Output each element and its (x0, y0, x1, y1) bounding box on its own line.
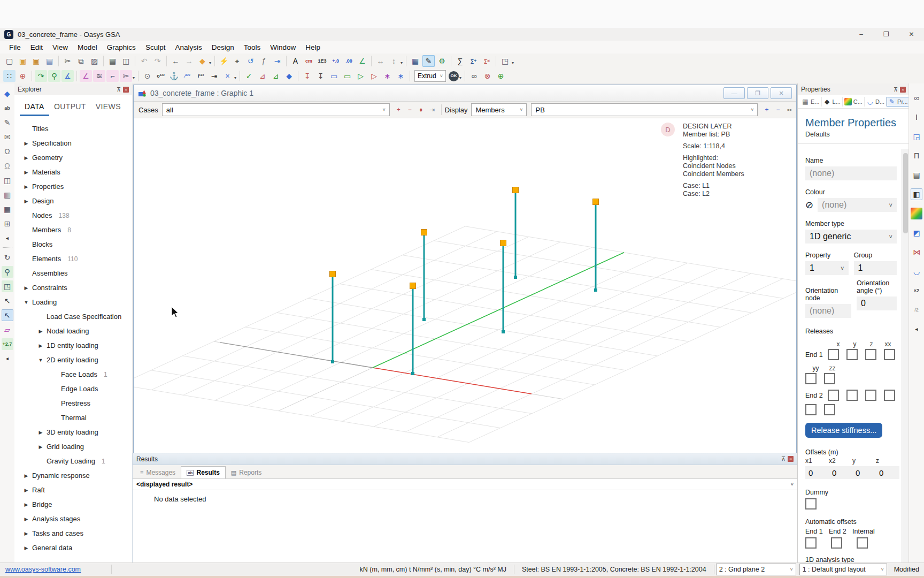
dropdown-arrow-icon[interactable]: ▾ (459, 75, 461, 80)
tree-item-blocks[interactable]: Blocks (14, 237, 132, 252)
case-last-button[interactable]: ⇥ (427, 106, 438, 113)
tree-item-prestress[interactable]: Prestress (14, 396, 132, 410)
rotate-view-icon[interactable]: ↻ (2, 252, 13, 263)
tree-item-properties[interactable]: ▶Properties (14, 179, 132, 194)
link-nodes-icon[interactable]: ∞ (911, 92, 922, 104)
print-preview-icon[interactable]: ◫ (120, 55, 132, 67)
new-icon[interactable]: ▢ (3, 55, 16, 67)
menu-analysis[interactable]: Analysis (170, 42, 206, 52)
child-restore-button[interactable]: ❐ (747, 87, 768, 99)
orientation-node-field[interactable]: (none) (805, 304, 851, 318)
patch-load-green-icon[interactable]: ▭ (341, 70, 353, 82)
select-nodes-icon[interactable]: ↖ (2, 295, 13, 307)
graphic-edit-icon[interactable]: ✎ (422, 55, 435, 67)
tree-item-general-data[interactable]: ▶General data (14, 541, 132, 555)
menu-graphics[interactable]: Graphics (102, 42, 141, 52)
disjoin-nodes-icon[interactable]: ⊗ (481, 70, 494, 82)
menu-tools[interactable]: Tools (239, 42, 266, 52)
expander-icon[interactable]: ▶ (22, 155, 30, 161)
menu-window[interactable]: Window (265, 42, 301, 52)
tree-item-materials[interactable]: ▶Materials (14, 165, 132, 179)
tab-data[interactable]: DATA (20, 100, 49, 116)
offset-field-y[interactable]: 0 (852, 466, 876, 479)
move-grid-icon[interactable]: ⊞ (2, 218, 13, 230)
print-icon[interactable]: ▦ (106, 55, 119, 67)
tab-diagrams[interactable]: ◡D... (865, 97, 887, 107)
solid-cube-icon[interactable]: ◧ (911, 188, 922, 200)
tree-item-elements[interactable]: Elements110 (14, 252, 132, 266)
properties-scrollbar[interactable] (902, 149, 909, 563)
property-combo[interactable]: 1 ˅ (805, 261, 849, 275)
sum-icon[interactable]: ∑ (454, 55, 466, 67)
tab-views[interactable]: VIEWS (91, 100, 126, 116)
grid-coord-icon[interactable]: +2.7 (2, 338, 13, 350)
display-multi-icon[interactable]: ◆ (283, 70, 295, 82)
tree-item-face-loads[interactable]: Face Loads1 (14, 367, 132, 382)
axes-triad-icon[interactable]: ∠ (356, 55, 368, 67)
package-icon[interactable]: ▥ (2, 189, 13, 201)
expander-icon[interactable]: ▶ (36, 329, 45, 334)
auto-offset-checkbox[interactable] (805, 537, 817, 549)
polygon-select-icon[interactable]: ▱ (2, 324, 13, 336)
find-icon[interactable]: ⌖ (231, 55, 243, 67)
cage-icon[interactable]: ▦ (2, 203, 13, 215)
menu-view[interactable]: View (48, 42, 73, 52)
release-stiffness-button[interactable]: Release stiffness... (805, 423, 882, 438)
display-diagram-green-icon[interactable]: ⊿ (270, 70, 282, 82)
end-release-icon[interactable]: ⇥ (208, 70, 220, 82)
menu-model[interactable]: Model (73, 42, 102, 52)
layers-icon[interactable]: ≋ (93, 70, 105, 82)
add-label-icon[interactable]: ab (2, 102, 13, 114)
pan-select-icon[interactable]: ∷ (3, 70, 16, 82)
moment-red-icon[interactable]: ▷ (368, 70, 380, 82)
tab-messages[interactable]: ≡Messages (135, 467, 181, 478)
menu-sculpt[interactable]: Sculpt (141, 42, 171, 52)
tree-item-analysis-stages[interactable]: ▶Analysis stages (14, 512, 132, 526)
assign-property-icon[interactable]: ◲ (911, 131, 922, 142)
tree-item-load-case-specification[interactable]: Load Case Specification (14, 309, 132, 324)
lock-icon[interactable]: Ω (2, 146, 13, 157)
menu-edit[interactable]: Edit (26, 42, 48, 52)
auto-offset-checkbox[interactable] (831, 537, 842, 549)
tree-item-loading[interactable]: ▼Loading (14, 295, 132, 309)
case-current-button[interactable]: ♦ (415, 106, 427, 113)
menu-help[interactable]: Help (301, 42, 325, 52)
orbit-icon[interactable]: ↷ (35, 70, 47, 82)
dropdown-arrow-icon[interactable]: ▾ (209, 60, 211, 65)
support-display-icon[interactable]: ⚓ (168, 70, 180, 82)
dropdown-arrow-icon[interactable]: ▾ (512, 60, 514, 65)
pin-icon[interactable]: ⊼ (894, 86, 898, 93)
minimize-button[interactable]: – (849, 28, 874, 41)
multi-load-blue-icon[interactable]: ∗ (395, 70, 407, 82)
dropdown-arrow-icon[interactable]: ▾ (234, 75, 236, 80)
child-close-button[interactable]: ✕ (771, 87, 792, 99)
contour-gradient-icon[interactable]: ▨ (911, 208, 922, 219)
table-view-icon[interactable]: ▦ (409, 55, 421, 67)
zoom-in-icon[interactable]: ⚲ (48, 70, 60, 82)
tree-item-edge-loads[interactable]: Edge Loads (14, 382, 132, 396)
close-panel-icon[interactable]: × (788, 456, 794, 462)
tree-item-tasks-and-cases[interactable]: ▶Tasks and cases (14, 526, 132, 541)
pin-icon[interactable]: ⊼ (781, 455, 786, 462)
load-arrow-red-icon[interactable]: ↧ (301, 70, 313, 82)
tree-item-nodal-loading[interactable]: ▶Nodal loading (14, 324, 132, 338)
close-panel-icon[interactable]: × (123, 87, 129, 93)
colour-combo[interactable]: (none) ˅ (818, 198, 897, 212)
tree-item-1d-entity-loading[interactable]: ▶1D entity loading (14, 338, 132, 353)
element-numbers-icon[interactable]: ∕¹²³ (181, 70, 194, 82)
unlock-icon[interactable]: Ω (2, 160, 13, 172)
group-field[interactable]: 1 (854, 261, 897, 275)
auto-offset-checkbox[interactable] (857, 537, 868, 549)
paintbrush-icon[interactable]: ◆ (196, 55, 209, 67)
dropdown-arrow-icon[interactable]: ▾ (133, 75, 135, 80)
collapse2-icon[interactable]: ◂ (2, 353, 13, 364)
entity-add-button[interactable]: + (761, 106, 772, 113)
expander-icon[interactable]: ▶ (36, 444, 45, 450)
expander-icon[interactable]: ▶ (22, 488, 30, 493)
load-arrow-icon[interactable]: ↧ (314, 70, 327, 82)
end1-release-checkbox[interactable] (828, 349, 839, 360)
tree-item-2d-entity-loading[interactable]: ▼2D entity loading (14, 353, 132, 367)
mail-icon[interactable]: ✉ (2, 131, 13, 143)
forward-icon[interactable]: → (183, 55, 195, 67)
display-check-icon[interactable]: ✓ (243, 70, 255, 82)
